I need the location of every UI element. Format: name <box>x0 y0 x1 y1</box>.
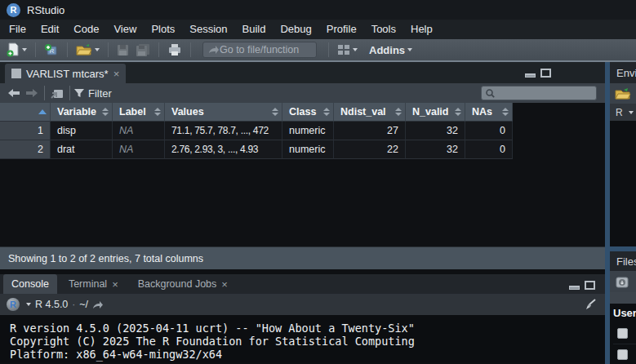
cell-class[interactable]: numeric <box>282 140 334 159</box>
load-workspace-icon[interactable] <box>615 87 631 100</box>
row-number: 2 <box>0 140 51 159</box>
file-checkbox[interactable] <box>617 328 628 339</box>
cell-variable[interactable]: disp <box>51 122 113 140</box>
working-directory-label[interactable]: ~/ <box>79 299 88 310</box>
new-file-caret-icon <box>22 48 27 51</box>
close-icon[interactable] <box>221 279 228 290</box>
new-file-button[interactable] <box>5 41 29 59</box>
filter-label[interactable]: Filter <box>88 87 112 100</box>
menu-file[interactable]: File <box>2 20 33 39</box>
back-icon[interactable] <box>7 88 20 98</box>
menu-code[interactable]: Code <box>66 20 106 39</box>
console-pane: Console Terminal Background Jobs R R 4.5… <box>0 274 605 364</box>
window-title: RStudio <box>27 4 64 16</box>
col-header-label[interactable]: Label <box>113 103 165 122</box>
environment-r-dropdown[interactable]: R <box>610 104 636 121</box>
file-checkbox[interactable] <box>617 349 628 360</box>
cell-label[interactable]: NA <box>113 140 165 159</box>
console-line: Platform: x86_64-w64-mingw32/x64 <box>10 348 605 361</box>
menu-session[interactable]: Session <box>182 20 234 39</box>
variable-table: Variable Label Values Class Ndist_val N_… <box>0 103 513 159</box>
menu-view[interactable]: View <box>106 20 144 39</box>
console-toolbar: R R 4.5.0 · ~/ <box>0 294 605 315</box>
cell-nas[interactable]: 0 <box>465 140 513 159</box>
tab-console[interactable]: Console <box>3 274 57 294</box>
col-header-ndist-val[interactable]: Ndist_val <box>334 103 406 122</box>
new-folder-icon[interactable] <box>615 275 629 289</box>
close-icon[interactable] <box>112 279 118 290</box>
clear-console-icon[interactable] <box>584 299 597 310</box>
r-version-label[interactable]: R 4.5.0 <box>35 299 68 310</box>
tab-background-jobs[interactable]: Background Jobs <box>130 274 236 294</box>
menu-profile[interactable]: Profile <box>319 20 364 39</box>
menu-plots[interactable]: Plots <box>144 20 182 39</box>
save-all-icon <box>136 43 150 56</box>
print-button[interactable] <box>166 41 184 59</box>
tab-terminal[interactable]: Terminal <box>60 274 127 294</box>
forward-icon[interactable] <box>25 88 38 98</box>
cell-ndist-val[interactable]: 27 <box>334 122 406 140</box>
file-row[interactable] <box>613 344 636 364</box>
open-in-window-icon[interactable] <box>51 88 64 99</box>
toolbar-separator <box>158 42 159 57</box>
addins-caret-icon <box>407 48 412 51</box>
filter-icon[interactable] <box>73 88 85 98</box>
pane-layout-button[interactable] <box>336 41 359 59</box>
menu-debug[interactable]: Debug <box>273 20 318 39</box>
save-button[interactable] <box>115 41 131 59</box>
sort-icon <box>395 108 402 116</box>
sort-asc-icon <box>38 109 47 114</box>
menu-help[interactable]: Help <box>403 20 440 39</box>
cell-values[interactable]: 2.76, 2.93, 3, ..., 4.93 <box>165 140 282 159</box>
cell-ndist-val[interactable]: 22 <box>334 140 406 159</box>
goto-file-input[interactable] <box>220 44 309 55</box>
col-header-rownum[interactable] <box>0 103 51 122</box>
new-project-button[interactable]: R <box>42 41 60 59</box>
cell-label[interactable]: NA <box>113 122 165 140</box>
goto-file-search[interactable] <box>202 42 317 58</box>
cell-n-valid[interactable]: 32 <box>406 140 465 159</box>
col-header-nas[interactable]: NAs <box>465 103 513 122</box>
r-version-caret-icon[interactable] <box>26 303 31 306</box>
search-icon <box>485 88 496 99</box>
cell-variable[interactable]: drat <box>51 140 113 159</box>
new-project-icon: R <box>44 42 59 57</box>
tab-environment[interactable]: Envir <box>610 62 636 83</box>
minimize-pane-icon[interactable] <box>569 286 580 290</box>
menu-edit[interactable]: Edit <box>33 20 66 39</box>
table-status-text: Showing 1 to 2 of 2 entries, 7 total col… <box>8 253 203 264</box>
file-row[interactable] <box>613 323 636 344</box>
tab-varlist-mtcars[interactable]: VARLIST mtcars* <box>5 64 126 83</box>
table-status-bar: Showing 1 to 2 of 2 entries, 7 total col… <box>0 246 605 269</box>
table-search-input[interactable] <box>496 87 585 99</box>
files-path-label[interactable]: Users <box>613 307 636 319</box>
maximize-pane-icon[interactable] <box>540 69 551 78</box>
table-search-box[interactable] <box>481 86 597 100</box>
print-icon <box>167 43 182 56</box>
minimize-pane-icon[interactable] <box>525 73 536 78</box>
cell-nas[interactable]: 0 <box>465 122 513 140</box>
cell-values[interactable]: 71.1, 75.7, 78.7, ..., 472 <box>165 122 282 140</box>
data-table-icon <box>11 69 21 78</box>
tab-files[interactable]: Files <box>610 251 636 271</box>
save-all-button[interactable] <box>134 41 152 59</box>
menu-build[interactable]: Build <box>235 20 274 39</box>
console-output[interactable]: R version 4.5.0 (2025-04-11 ucrt) -- "Ho… <box>0 315 605 362</box>
maximize-pane-icon[interactable] <box>585 281 595 290</box>
row-number: 1 <box>0 122 51 140</box>
r-version-icon: R <box>7 298 20 311</box>
col-header-variable[interactable]: Variable <box>51 103 113 122</box>
addins-button[interactable]: Addins <box>362 41 414 59</box>
close-icon[interactable] <box>113 69 120 79</box>
col-header-values[interactable]: Values <box>165 103 282 122</box>
cell-class[interactable]: numeric <box>282 122 334 140</box>
menu-tools[interactable]: Tools <box>364 20 403 39</box>
col-header-class[interactable]: Class <box>282 103 334 122</box>
console-line: Copyright (C) 2025 The R Foundation for … <box>10 335 605 348</box>
col-header-n-valid[interactable]: N_valid <box>406 103 465 122</box>
title-bar: R RStudio <box>0 0 636 20</box>
open-file-button[interactable] <box>74 41 101 59</box>
goto-directory-icon[interactable] <box>92 300 104 309</box>
cell-n-valid[interactable]: 32 <box>406 122 465 140</box>
sort-icon <box>154 108 161 116</box>
